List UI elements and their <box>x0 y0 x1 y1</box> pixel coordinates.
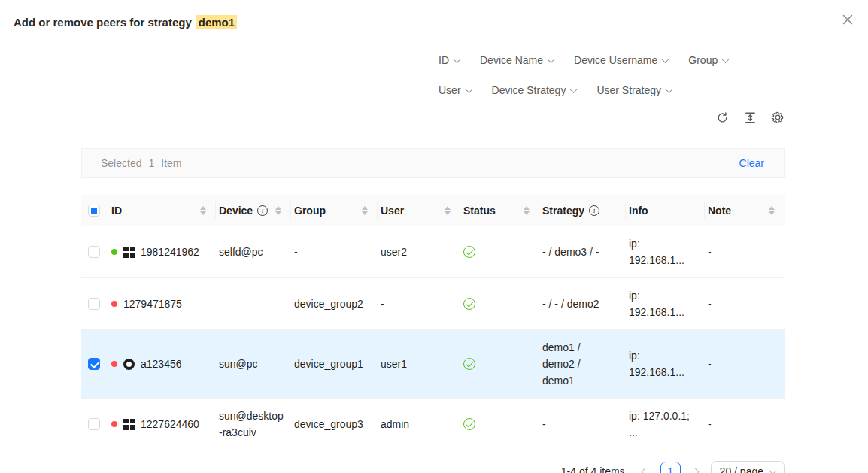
check-circle-icon <box>463 418 475 430</box>
cell-device: sun@pc <box>216 356 291 372</box>
chevron-down-icon <box>465 86 472 93</box>
filter-user[interactable]: User <box>439 83 472 99</box>
sort-icon-id[interactable] <box>200 206 206 215</box>
page-number-button[interactable]: 1 <box>660 462 681 473</box>
cell-user: user1 <box>378 356 460 372</box>
header-label-note: Note <box>708 205 731 217</box>
device-id: a123456 <box>141 356 182 372</box>
filter-user-label: User <box>439 83 461 99</box>
header-cell-checkbox <box>81 195 108 226</box>
cell-user: user2 <box>378 244 460 260</box>
row-checkbox[interactable] <box>88 298 100 310</box>
filter-group[interactable]: Group <box>688 53 728 68</box>
cell-user: admin <box>378 416 460 432</box>
filter-device-username[interactable]: Device Username <box>574 53 668 68</box>
sort-icon-status[interactable] <box>524 206 530 215</box>
device-id: 1279471875 <box>123 296 182 312</box>
chevron-down-icon <box>570 86 578 93</box>
header-cell-note: Note <box>705 195 785 226</box>
filter-device-strategy-label: Device Strategy <box>492 83 566 99</box>
cell-status <box>460 298 539 310</box>
settings-icon[interactable] <box>771 111 785 124</box>
offline-status-dot <box>111 301 117 307</box>
cell-strategy: demo1 / demo2 / demo1 <box>539 339 626 389</box>
row-checkbox-cell <box>81 246 108 258</box>
cell-user: - <box>378 296 460 312</box>
row-checkbox[interactable] <box>88 418 100 430</box>
filter-group-label: Group <box>688 53 718 68</box>
info-icon[interactable] <box>589 205 599 216</box>
device-id: 1227624460 <box>141 416 199 432</box>
filter-user-strategy-label: User Strategy <box>596 83 661 99</box>
header-cell-group: Group <box>291 195 378 226</box>
selection-alert-bar: Selected 1 Item Clear <box>81 148 785 178</box>
header-label-status: Status <box>463 205 496 217</box>
page-size-select[interactable]: 20 / page <box>711 461 785 473</box>
dialog-content: ID Device Name Device Username Group Use… <box>81 0 785 473</box>
table-row[interactable]: 1279471875 device_group2 - - / - / demo2… <box>81 278 785 330</box>
table-toolbar <box>81 109 785 126</box>
close-icon[interactable] <box>839 11 856 28</box>
select-all-checkbox[interactable] <box>88 205 100 217</box>
refresh-icon[interactable] <box>715 111 729 124</box>
cell-group: - <box>291 244 378 260</box>
cell-device: selfd@pc <box>216 244 291 260</box>
header-label-info: Info <box>629 205 648 217</box>
strategy-name-highlight: demo1 <box>196 15 237 29</box>
header-cell-status: Status <box>460 195 539 226</box>
clear-selection-link[interactable]: Clear <box>739 157 764 169</box>
table-row[interactable]: 1227624460 sun@desktop-ra3cuiv device_gr… <box>81 399 785 450</box>
header-label-device: Device <box>219 205 253 217</box>
header-label-user: User <box>381 205 404 217</box>
cell-info: ip: 192.168.1... <box>626 287 705 320</box>
cell-info: ip: 192.168.1... <box>626 235 705 268</box>
filter-device-strategy[interactable]: Device Strategy <box>492 83 577 99</box>
row-checkbox[interactable] <box>88 246 100 258</box>
cell-strategy: - <box>539 416 626 432</box>
cell-id: 1279471875 <box>108 296 216 312</box>
check-circle-icon <box>463 298 475 310</box>
row-checkbox[interactable] <box>88 358 100 370</box>
cell-group: device_group1 <box>291 356 378 372</box>
chevron-down-icon <box>454 56 461 63</box>
cell-status <box>460 246 539 258</box>
filter-device-name[interactable]: Device Name <box>480 53 554 68</box>
sort-icon-note[interactable] <box>769 206 775 215</box>
sort-icon-group[interactable] <box>362 206 368 215</box>
windows-os-icon <box>123 247 135 258</box>
filter-id-label: ID <box>439 53 449 68</box>
filter-device-name-label: Device Name <box>480 53 543 68</box>
chevron-down-icon <box>662 56 669 63</box>
cell-note: - <box>705 356 785 372</box>
table-header-row: ID Device Group User Status Strategy <box>81 195 785 226</box>
chevron-down-icon <box>666 86 673 93</box>
filter-id[interactable]: ID <box>439 53 460 68</box>
header-label-strategy: Strategy <box>542 205 584 217</box>
cell-id: a123456 <box>108 356 216 372</box>
selection-unit: Item <box>161 157 181 169</box>
header-cell-user: User <box>378 195 460 226</box>
sort-icon-user[interactable] <box>445 206 451 215</box>
cell-strategy: - / - / demo2 <box>539 296 626 312</box>
chevron-down-icon <box>548 56 555 63</box>
offline-status-dot <box>111 361 117 367</box>
filter-user-strategy[interactable]: User Strategy <box>596 83 672 99</box>
ring-os-icon <box>123 359 135 370</box>
table-row[interactable]: a123456 sun@pc device_group1 user1 demo1… <box>81 330 785 399</box>
header-cell-id: ID <box>108 195 216 226</box>
chevron-left-icon <box>642 468 649 473</box>
filter-bar: ID Device Name Device Username Group Use… <box>439 53 736 99</box>
dialog-title-text: Add or remove peers for strategy <box>14 16 192 29</box>
cell-note: - <box>705 244 785 260</box>
next-page-button[interactable] <box>687 461 704 473</box>
prev-page-button[interactable] <box>637 461 654 473</box>
column-height-icon[interactable] <box>743 111 757 124</box>
cell-group: device_group3 <box>291 416 378 432</box>
device-id: 1981241962 <box>141 244 199 260</box>
info-icon[interactable] <box>257 205 268 216</box>
table-row[interactable]: 1981241962 selfd@pc - user2 - / demo3 / … <box>81 226 785 278</box>
chevron-down-icon <box>769 467 777 473</box>
selection-label: Selected <box>101 157 141 169</box>
cell-strategy: - / demo3 / - <box>539 244 626 260</box>
sort-icon-device[interactable] <box>275 206 281 215</box>
